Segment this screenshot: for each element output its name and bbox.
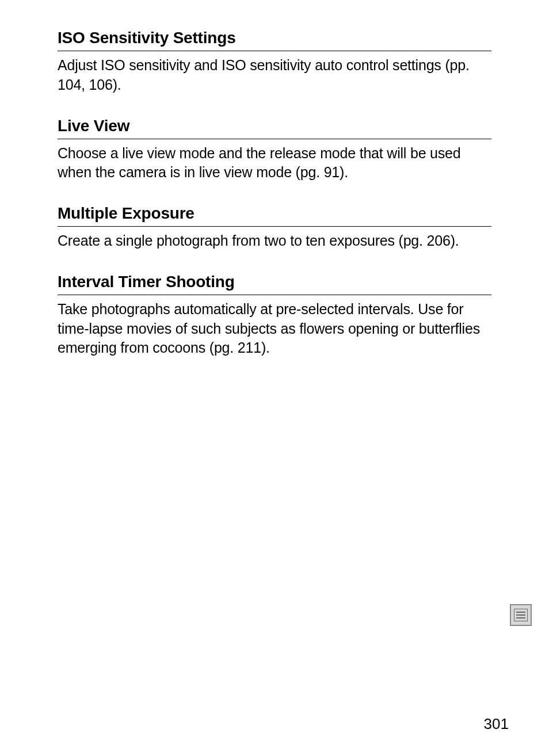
section-live-view: Live View Choose a live view mode and th… xyxy=(58,117,491,183)
section-heading: Live View xyxy=(58,117,491,139)
page-number: 301 xyxy=(484,715,509,733)
section-multiple-exposure: Multiple Exposure Create a single photog… xyxy=(58,204,491,251)
section-body: Take photographs automatically at pre-se… xyxy=(58,300,491,358)
section-body: Create a single photograph from two to t… xyxy=(58,231,491,251)
section-heading: ISO Sensitivity Settings xyxy=(58,29,491,51)
section-heading: Interval Timer Shooting xyxy=(58,273,491,295)
section-heading: Multiple Exposure xyxy=(58,204,491,227)
section-interval-timer: Interval Timer Shooting Take photographs… xyxy=(58,273,491,358)
section-body: Adjust ISO sensitivity and ISO sensitivi… xyxy=(58,56,491,95)
menu-list-icon xyxy=(510,604,532,626)
menu-list-icon-inner xyxy=(514,609,528,621)
section-iso-sensitivity: ISO Sensitivity Settings Adjust ISO sens… xyxy=(58,29,491,95)
section-body: Choose a live view mode and the release … xyxy=(58,144,491,183)
